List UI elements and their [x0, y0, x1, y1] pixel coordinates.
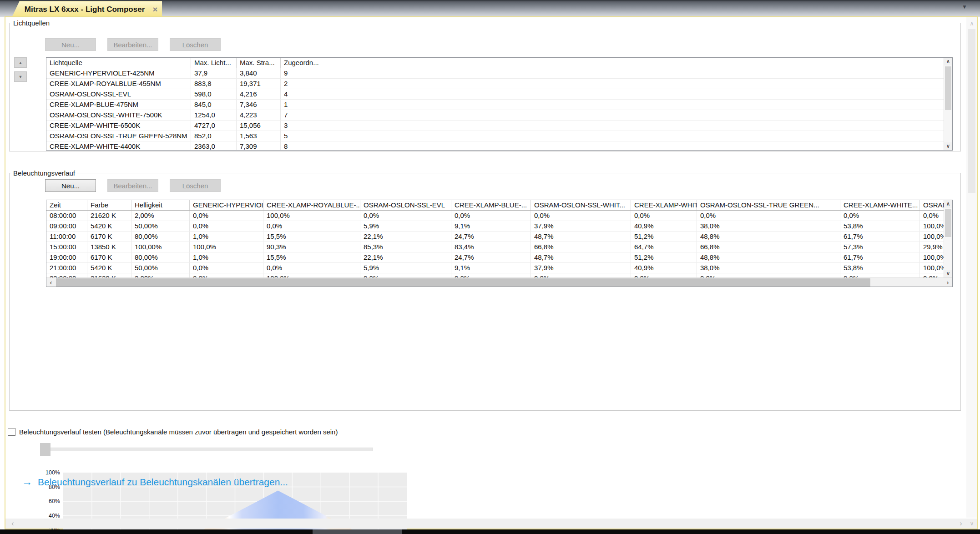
column-header[interactable]: CREE-XLAMP-ROYALBLUE-... [263, 200, 360, 210]
max-stra-cell: 4,223 [237, 110, 281, 120]
channel-pct-cell: 0,0% [631, 273, 697, 277]
column-header[interactable]: Lichtquelle [46, 58, 191, 68]
channel-pct-cell: 0,0% [920, 211, 944, 221]
max-stra-cell: 7,309 [237, 141, 281, 150]
lichtquellen-group-label: Lichtquellen [11, 19, 52, 27]
scroll-down-icon[interactable]: ∨ [966, 519, 977, 529]
table-row[interactable]: 21:00:00 5420 K 50,00% 0,0% 0,0% 5,9% 9,… [46, 263, 944, 273]
scroll-up-icon[interactable]: ∧ [944, 200, 952, 208]
channel-pct-cell: 0,0% [531, 273, 631, 277]
zugeordnet-cell: 8 [281, 141, 326, 150]
lichtquellen-bearbeiten-button[interactable]: Bearbeiten... [107, 38, 158, 51]
filler-cell [326, 110, 944, 120]
scrollbar-thumb[interactable] [56, 278, 870, 287]
table-row[interactable]: CREE-XLAMP-BLUE-475NM 845,0 7,346 1 [46, 100, 944, 110]
channel-pct-cell: 48,8% [697, 252, 840, 262]
beleuchtungsverlauf-group-label: Beleuchtungsverlauf [11, 169, 77, 177]
zeit-cell: 19:00:00 [46, 252, 87, 262]
column-header[interactable]: Max. Stra... [237, 58, 281, 68]
column-header[interactable]: GENERIC-HYPERVIOLE... [190, 200, 263, 210]
verlauf-bearbeiten-button[interactable]: Bearbeiten... [107, 179, 158, 192]
scrollbar-thumb[interactable] [968, 29, 975, 193]
table-row[interactable]: CREE-XLAMP-WHITE-4400K 2363,0 7,309 8 [46, 141, 944, 150]
column-header[interactable]: CREE-XLAMP-BLUE-... [451, 200, 531, 210]
channel-pct-cell: 9,1% [451, 221, 531, 231]
lichtquellen-loeschen-button[interactable]: Löschen [170, 38, 221, 51]
table-row[interactable]: OSRAM-OSLON-SSL-WHITE-7500K 1254,0 4,223… [46, 110, 944, 121]
verlauf-table-vscrollbar[interactable]: ∧ ∨ [944, 200, 952, 277]
helligkeit-cell: 50,00% [131, 263, 190, 273]
table-row[interactable]: 15:00:00 13850 K 100,00% 100,0% 90,3% 85… [46, 242, 944, 252]
channel-pct-cell: 1,0% [190, 232, 263, 242]
tab-light-composer[interactable]: Mitras LX 6xxx - Light Composer × [12, 1, 162, 17]
test-checkbox-label: Beleuchtungsverlauf testen (Beleuchtungs… [19, 428, 338, 436]
helligkeit-cell: 80,00% [131, 252, 190, 262]
channel-pct-cell: 61,7% [840, 232, 920, 242]
channel-pct-cell: 61,7% [840, 252, 920, 262]
scroll-left-icon[interactable]: ‹ [7, 519, 18, 529]
table-row[interactable]: 08:00:00 21620 K 2,00% 0,0% 100,0% 0,0% … [46, 211, 944, 221]
slider-handle[interactable] [40, 443, 51, 456]
channel-pct-cell: 5,9% [360, 221, 451, 231]
verlauf-loeschen-button[interactable]: Löschen [170, 179, 221, 192]
filler-cell [326, 131, 944, 141]
page-vscrollbar[interactable]: ∧ [966, 17, 977, 518]
table-row[interactable]: 23:00:00 21620 K 2,00% 0,0% 100,0% 0,0% … [46, 273, 944, 277]
chevron-down-icon[interactable]: ▼ [962, 4, 967, 10]
channel-pct-cell: 5,9% [360, 263, 451, 273]
column-header[interactable]: Farbe [87, 200, 131, 210]
move-up-button[interactable]: ▲ [14, 57, 27, 68]
scroll-right-icon[interactable]: › [955, 519, 966, 529]
channel-pct-cell: 0,0% [190, 211, 263, 221]
lichtquellen-neu-button[interactable]: Neu... [45, 38, 96, 51]
column-header[interactable]: Max. Licht... [191, 58, 237, 68]
column-header[interactable]: Zugeordn... [281, 58, 326, 68]
table-row[interactable]: CREE-XLAMP-ROYALBLUE-455NM 883,8 19,371 … [46, 79, 944, 89]
table-row[interactable]: 19:00:00 6170 K 80,00% 1,0% 15,5% 22,1% … [46, 252, 944, 263]
column-header[interactable]: Helligkeit [131, 200, 190, 210]
scroll-right-icon[interactable]: › [943, 278, 952, 287]
scroll-down-icon[interactable]: ∨ [944, 270, 952, 277]
scrollbar-thumb[interactable] [945, 66, 951, 110]
channel-pct-cell: 100,0% [920, 263, 944, 273]
filler-cell [326, 100, 944, 110]
channel-pct-cell: 83,4% [451, 242, 531, 252]
scrollbar-thumb[interactable] [945, 209, 951, 237]
test-time-slider[interactable] [40, 443, 373, 456]
channel-pct-cell: 100,0% [263, 211, 360, 221]
table-row[interactable]: OSRAM-OSLON-SSL-TRUE GREEN-528NM 852,0 1… [46, 131, 944, 141]
table-row[interactable]: OSRAM-OSLON-SSL-EVL 598,0 4,216 4 [46, 89, 944, 100]
scroll-up-icon[interactable]: ∧ [944, 58, 952, 65]
column-header[interactable]: OSRAM-OSLON-SSL-EVL [360, 200, 451, 210]
close-icon[interactable]: × [148, 2, 162, 17]
channel-pct-cell: 48,7% [531, 252, 631, 262]
verlauf-table-hscrollbar[interactable]: ‹ › [46, 277, 952, 287]
table-row[interactable]: GENERIC-HYPERVIOLET-425NM 37,9 3,840 9 [46, 68, 944, 79]
table-row[interactable]: 11:00:00 6170 K 80,00% 1,0% 15,5% 22,1% … [46, 232, 944, 242]
column-header[interactable]: Zeit [46, 200, 87, 210]
test-checkbox[interactable] [8, 428, 15, 436]
table-row[interactable]: CREE-XLAMP-WHITE-6500K 4727,0 15,056 3 [46, 121, 944, 131]
lichtquellen-table-scrollbar[interactable]: ∧ ∨ [944, 58, 952, 150]
column-header[interactable]: CREE-XLAMP-WHITE... [840, 200, 920, 210]
main-panel: Lichtquellen Neu... Bearbeiten... Lösche… [5, 16, 978, 529]
column-header[interactable]: OSRAM-O [920, 200, 944, 210]
scroll-up-icon[interactable]: ∧ [966, 20, 977, 27]
table-row[interactable]: 09:00:00 5420 K 50,00% 0,0% 0,0% 5,9% 9,… [46, 221, 944, 232]
transfer-link[interactable]: → Beleuchtungsverlauf zu Beleuchtungskan… [22, 476, 288, 488]
scroll-left-icon[interactable]: ‹ [46, 278, 56, 287]
column-header[interactable]: OSRAM-OSLON-SSL-WHIT... [531, 200, 631, 210]
scroll-down-icon[interactable]: ∨ [944, 142, 952, 150]
page-hscrollbar[interactable]: ‹ › [5, 519, 966, 529]
column-header[interactable]: OSRAM-OSLON-SSL-TRUE GREEN... [697, 200, 840, 210]
farbe-cell: 5420 K [87, 221, 131, 231]
lichtquelle-cell: OSRAM-OSLON-SSL-WHITE-7500K [46, 110, 191, 120]
slider-track[interactable] [40, 448, 373, 451]
channel-pct-cell: 51,2% [631, 252, 697, 262]
zugeordnet-cell: 2 [281, 79, 326, 89]
column-header[interactable]: CREE-XLAMP-WHITE-... [631, 200, 697, 210]
verlauf-neu-button[interactable]: Neu... [45, 179, 96, 192]
move-down-button[interactable]: ▼ [14, 71, 27, 82]
channel-pct-cell: 0,0% [697, 211, 840, 221]
filler-cell [326, 79, 944, 89]
